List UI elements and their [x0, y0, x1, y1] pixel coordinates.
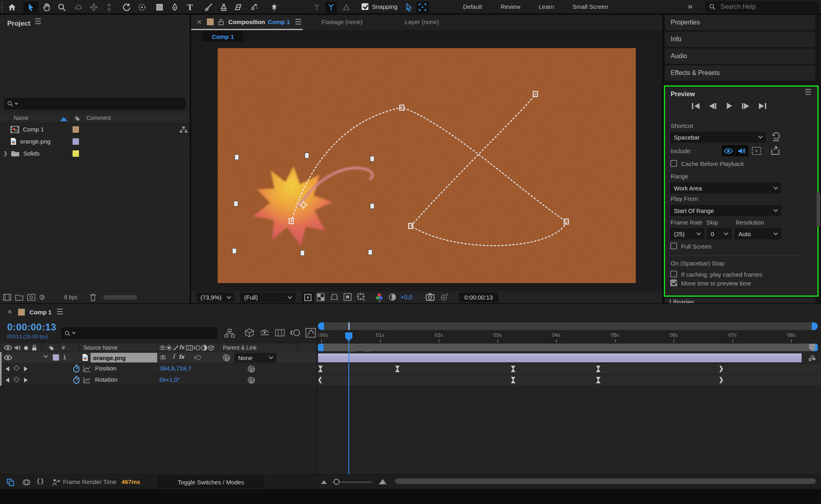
layer-pickwhip-icon[interactable]: [223, 354, 230, 361]
stopwatch-icon[interactable]: [73, 376, 80, 384]
transparency-grid-icon[interactable]: [317, 293, 325, 301]
composition-canvas[interactable]: [218, 48, 636, 283]
layer-row[interactable]: 1 orange.png / fx None: [0, 352, 317, 363]
new-composition-icon[interactable]: [27, 294, 35, 301]
pen-tool[interactable]: [169, 2, 180, 13]
keyframe-icon[interactable]: [596, 366, 601, 372]
exposure-value[interactable]: +0,0: [400, 293, 413, 300]
range-dropdown[interactable]: Work Area: [670, 182, 781, 194]
timeline-navigator-bar[interactable]: [318, 322, 818, 330]
path-keyframe-box[interactable]: [408, 223, 413, 229]
comp-button-icon[interactable]: [808, 354, 816, 362]
layer-video-eye-icon[interactable]: [4, 355, 12, 360]
type-tool[interactable]: T: [184, 2, 196, 13]
layer-twirl-chevron[interactable]: [43, 353, 48, 358]
keyframe-icon[interactable]: [511, 366, 515, 372]
timeline-panel-menu-icon[interactable]: ☰: [57, 310, 63, 314]
expand-chevron-icon[interactable]: ❯: [3, 150, 8, 156]
label-color-swatch[interactable]: [73, 126, 79, 133]
property-value[interactable]: 0x+1,0°: [160, 376, 180, 383]
go-to-start-button[interactable]: [692, 103, 700, 109]
tab-composition[interactable]: ✕ Composition Comp 1 ☰: [191, 15, 303, 30]
position-keyframe-track[interactable]: [318, 364, 821, 374]
skip-dropdown[interactable]: 0: [707, 228, 732, 239]
selection-handle[interactable]: [368, 249, 372, 255]
motion-blur-icon[interactable]: [290, 329, 301, 337]
render-queue-flowchart-icon[interactable]: [6, 478, 14, 486]
keyframe-icon[interactable]: [596, 377, 601, 383]
play-from-dropdown[interactable]: Start Of Range: [670, 205, 781, 216]
next-keyframe-arrow[interactable]: [24, 366, 28, 371]
layer-label-swatch[interactable]: [53, 354, 59, 361]
path-keyframe-box[interactable]: [533, 91, 538, 97]
keyframe-icon[interactable]: [720, 377, 723, 383]
zoom-out-mountain-icon[interactable]: [321, 480, 327, 484]
layer-motion-blur-switch[interactable]: [194, 354, 201, 360]
project-search-box[interactable]: [4, 98, 186, 109]
search-scope-chevron[interactable]: [15, 101, 18, 104]
roto-brush-tool[interactable]: [249, 2, 260, 13]
interpret-footage-icon[interactable]: [3, 294, 11, 301]
sort-ascending-icon[interactable]: [60, 117, 67, 121]
property-value[interactable]: 394,6,718,7: [160, 365, 191, 372]
anchor-point-icon[interactable]: [299, 200, 308, 211]
label-color-swatch[interactable]: [73, 138, 79, 145]
next-frame-button[interactable]: [741, 103, 750, 109]
resolution-dropdown[interactable]: (Full): [240, 292, 295, 302]
new-folder-icon[interactable]: [15, 294, 23, 301]
panel-section-audio[interactable]: Audio: [665, 49, 815, 64]
selection-handle[interactable]: [232, 248, 237, 254]
selection-tool[interactable]: [23, 2, 38, 13]
layer-duration-bar[interactable]: [318, 353, 802, 362]
timeline-h-scrollbar[interactable]: [395, 478, 816, 484]
clone-stamp-tool[interactable]: [218, 2, 229, 13]
keyframe-icon[interactable]: [720, 366, 723, 372]
rotation-tool[interactable]: [121, 2, 132, 13]
hand-tool[interactable]: [41, 2, 52, 13]
layer-fx-switch[interactable]: fx: [179, 353, 184, 360]
pan-camera-tool[interactable]: [88, 2, 99, 13]
source-name-column[interactable]: Source Name: [83, 344, 118, 351]
tab-footage[interactable]: Footage (none): [322, 18, 363, 25]
composition-mini-flowchart-icon[interactable]: [224, 329, 235, 338]
panel-section-properties[interactable]: Properties: [665, 15, 815, 30]
if-caching-checkbox[interactable]: [670, 271, 677, 277]
property-name[interactable]: Position: [95, 365, 116, 372]
project-item-solids[interactable]: ❯Solids: [0, 148, 190, 160]
puppet-record-icon[interactable]: [51, 478, 60, 486]
panel-section-info[interactable]: Info: [665, 32, 815, 47]
add-keyframe-diamond[interactable]: [14, 365, 19, 371]
world-axis-mode-icon[interactable]: [326, 2, 337, 13]
fast-previews-button[interactable]: [302, 292, 314, 303]
property-name[interactable]: Rotation: [95, 376, 117, 383]
frame-blend-status-icon[interactable]: [22, 478, 30, 486]
prev-keyframe-arrow[interactable]: [6, 378, 9, 383]
include-audio-button[interactable]: [735, 145, 748, 156]
path-keyframe-box[interactable]: [289, 218, 294, 224]
label-color-swatch[interactable]: [73, 150, 79, 157]
toggle-switches-modes-button[interactable]: Toggle Switches / Modes: [158, 476, 263, 488]
adjust-icon[interactable]: [39, 294, 47, 301]
view-options-icon[interactable]: [357, 293, 366, 302]
layer-quality-switch[interactable]: /: [173, 352, 175, 361]
exposure-reset-icon[interactable]: [388, 293, 396, 301]
selection-handle[interactable]: [370, 203, 374, 209]
search-scope-chevron[interactable]: [72, 331, 75, 334]
timeline-search-box[interactable]: [61, 327, 217, 339]
snapshot-icon[interactable]: [426, 293, 435, 301]
eraser-tool[interactable]: [233, 2, 244, 13]
magnification-dropdown[interactable]: (73,9%): [196, 292, 235, 302]
local-axis-mode-icon[interactable]: [311, 2, 322, 13]
property-pickwhip-icon[interactable]: [248, 365, 255, 372]
workspace-tab-learn[interactable]: Learn: [539, 3, 554, 10]
property-pickwhip-icon[interactable]: [248, 376, 255, 384]
trash-icon[interactable]: [90, 293, 96, 301]
close-icon[interactable]: ✕: [7, 308, 12, 316]
timeline-search-input[interactable]: [78, 330, 206, 337]
selection-handle[interactable]: [370, 156, 374, 162]
viewer-panel-menu-icon[interactable]: ☰: [295, 20, 301, 24]
shortcut-dropdown[interactable]: Spacebar: [670, 132, 766, 143]
orbit-camera-tool[interactable]: [73, 2, 84, 13]
libraries-section-clipped[interactable]: Libraries: [665, 298, 815, 303]
work-area-start-handle[interactable]: [318, 344, 324, 351]
